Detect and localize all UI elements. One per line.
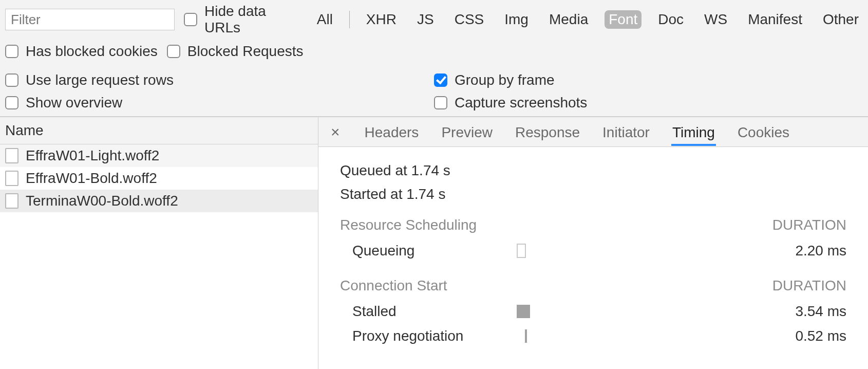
checkbox-checked-icon xyxy=(434,73,447,87)
has-blocked-cookies-checkbox[interactable]: Has blocked cookies xyxy=(5,43,158,60)
started-at: Started at 1.74 s xyxy=(340,186,846,202)
tab-cookies[interactable]: Cookies xyxy=(737,118,790,146)
hide-data-urls-checkbox[interactable]: Hide data URLs xyxy=(184,3,304,36)
filter-font[interactable]: Font xyxy=(605,10,641,29)
capture-screenshots-checkbox[interactable]: Capture screenshots xyxy=(434,95,863,111)
checkbox-icon xyxy=(434,96,447,109)
duration-header: DURATION xyxy=(772,278,846,294)
request-row[interactable]: TerminaW00-Bold.woff2 xyxy=(0,190,318,212)
queueing-label: Queueing xyxy=(352,243,517,259)
column-header-name[interactable]: Name xyxy=(0,117,318,144)
request-list[interactable]: EffraW01-Light.woff2 EffraW01-Bold.woff2… xyxy=(0,144,318,369)
stalled-row: Stalled 3.54 ms xyxy=(340,299,846,324)
request-name: TerminaW00-Bold.woff2 xyxy=(26,193,178,209)
use-large-rows-checkbox[interactable]: Use large request rows xyxy=(5,72,434,88)
checkbox-icon xyxy=(5,73,18,87)
separator xyxy=(349,11,350,28)
timing-panel: Queued at 1.74 s Started at 1.74 s Resou… xyxy=(318,147,868,369)
tab-response[interactable]: Response xyxy=(514,118,581,146)
queueing-bar-icon xyxy=(517,244,526,258)
file-icon xyxy=(5,148,18,163)
stalled-duration: 3.54 ms xyxy=(630,303,846,320)
tab-initiator[interactable]: Initiator xyxy=(601,118,651,146)
group-by-frame-label: Group by frame xyxy=(455,72,555,88)
network-toolbar: Hide data URLs All XHR JS CSS Img Media … xyxy=(0,0,868,117)
use-large-rows-label: Use large request rows xyxy=(26,72,174,88)
connection-start-section: Connection Start DURATION Stalled 3.54 m… xyxy=(340,278,846,348)
capture-screenshots-label: Capture screenshots xyxy=(455,95,587,111)
filter-img[interactable]: Img xyxy=(500,10,533,29)
show-overview-label: Show overview xyxy=(26,95,122,111)
file-icon xyxy=(5,171,18,186)
filter-other[interactable]: Other xyxy=(819,10,863,29)
connection-start-header: Connection Start xyxy=(340,278,447,294)
file-icon xyxy=(5,193,18,209)
filter-xhr[interactable]: XHR xyxy=(362,10,401,29)
proxy-label: Proxy negotiation xyxy=(352,328,517,344)
blocked-requests-label: Blocked Requests xyxy=(187,43,304,60)
filter-manifest[interactable]: Manifest xyxy=(744,10,806,29)
filter-input[interactable] xyxy=(5,9,175,30)
main-split: Name EffraW01-Light.woff2 EffraW01-Bold.… xyxy=(0,117,868,369)
checkbox-icon xyxy=(167,45,180,58)
request-row[interactable]: EffraW01-Light.woff2 xyxy=(0,144,318,167)
filter-doc[interactable]: Doc xyxy=(654,10,688,29)
hide-data-urls-label: Hide data URLs xyxy=(204,3,304,36)
type-filter-bar: All XHR JS CSS Img Media Font Doc WS Man… xyxy=(313,10,863,29)
queueing-duration: 2.20 ms xyxy=(630,243,846,259)
stalled-bar-icon xyxy=(517,305,530,318)
has-blocked-cookies-label: Has blocked cookies xyxy=(26,43,158,60)
queueing-row: Queueing 2.20 ms xyxy=(340,238,846,263)
blocked-requests-checkbox[interactable]: Blocked Requests xyxy=(167,43,304,60)
tab-headers[interactable]: Headers xyxy=(364,118,420,146)
stalled-label: Stalled xyxy=(352,303,517,320)
checkbox-icon xyxy=(5,45,18,58)
close-icon[interactable]: × xyxy=(328,123,343,141)
request-name: EffraW01-Light.woff2 xyxy=(26,147,159,164)
checkbox-icon xyxy=(5,96,18,109)
group-by-frame-checkbox[interactable]: Group by frame xyxy=(434,72,863,88)
requests-pane: Name EffraW01-Light.woff2 EffraW01-Bold.… xyxy=(0,117,318,369)
show-overview-checkbox[interactable]: Show overview xyxy=(5,95,434,111)
queued-at: Queued at 1.74 s xyxy=(340,162,846,179)
request-name: EffraW01-Bold.woff2 xyxy=(26,170,157,187)
detail-pane: × Headers Preview Response Initiator Tim… xyxy=(318,117,868,369)
detail-tabs: × Headers Preview Response Initiator Tim… xyxy=(318,117,868,147)
checkbox-icon xyxy=(184,13,197,26)
filter-ws[interactable]: WS xyxy=(700,10,731,29)
filter-all[interactable]: All xyxy=(313,10,337,29)
resource-scheduling-header: Resource Scheduling xyxy=(340,217,477,233)
tab-preview[interactable]: Preview xyxy=(440,118,494,146)
proxy-row: Proxy negotiation 0.52 ms xyxy=(340,324,846,348)
filter-js[interactable]: JS xyxy=(413,10,438,29)
tab-timing[interactable]: Timing xyxy=(671,118,716,146)
filter-css[interactable]: CSS xyxy=(450,10,488,29)
duration-header: DURATION xyxy=(772,217,846,233)
proxy-bar-icon xyxy=(525,329,527,343)
request-row[interactable]: EffraW01-Bold.woff2 xyxy=(0,167,318,190)
proxy-duration: 0.52 ms xyxy=(630,328,846,344)
filter-media[interactable]: Media xyxy=(545,10,592,29)
resource-scheduling-section: Resource Scheduling DURATION Queueing 2.… xyxy=(340,217,846,263)
